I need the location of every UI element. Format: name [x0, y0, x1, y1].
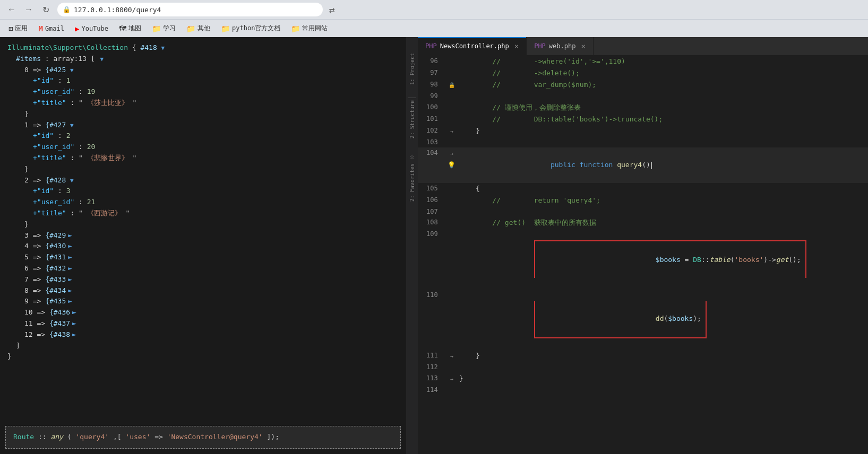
- gutter-arrow-113: →: [450, 376, 453, 382]
- output-row-0: 0 => {#425 ▼: [7, 65, 399, 76]
- output-row-11: 11 => {#437►: [7, 318, 399, 329]
- output-row-8: 8 => {#434►: [7, 285, 399, 296]
- line-113: 113 → }: [418, 373, 868, 385]
- output-row-4: 4 => {#430►: [7, 241, 399, 252]
- gutter-arrow-111: →: [450, 353, 453, 359]
- line-102: 102 → }: [418, 125, 868, 137]
- output-header: Illuminate\Support\Collection { #418 ▼: [7, 42, 399, 54]
- items-collapse-arrow[interactable]: ▼: [100, 56, 104, 63]
- bookmark-apps-label: 应用: [15, 24, 28, 33]
- bookmark-other[interactable]: 📁 其他: [182, 22, 214, 34]
- bookmark-maps-label: 地图: [128, 24, 141, 33]
- code-editor: 1: Project 2: Structure ☆ 2: Favorites P…: [406, 37, 868, 454]
- tab-news-close[interactable]: ×: [514, 42, 519, 50]
- line-98: 98 🔒 // var_dump($num);: [418, 79, 868, 91]
- output-row-1-id: +"id" : 2: [7, 130, 399, 142]
- line-106: 106 // return 'query4';: [418, 195, 868, 206]
- output-row-0-title: +"title" : " 《莎士比亚》 ": [7, 98, 399, 109]
- route-method: any: [50, 433, 63, 441]
- output-row-0-userid: +"user_id" : 19: [7, 86, 399, 98]
- forward-button[interactable]: →: [21, 2, 36, 17]
- line-97: 97 // ->delete();: [418, 67, 868, 79]
- code-area[interactable]: 96 // ->where('id','>=',110) 97 // ->del…: [418, 56, 868, 454]
- line-103: 103: [418, 137, 868, 147]
- tab-news-controller-label: NewsController.php: [440, 42, 509, 50]
- line-99: 99: [418, 91, 868, 101]
- bookmark-common-label: 常用网站: [302, 24, 328, 33]
- output-row-1: 1 => {#427 ▼: [7, 120, 399, 131]
- line-96: 96 // ->where('id','>=',110): [418, 56, 868, 67]
- reload-button[interactable]: ↻: [38, 2, 53, 17]
- output-row-7: 7 => {#433►: [7, 274, 399, 285]
- back-button[interactable]: ←: [4, 2, 19, 17]
- bookmark-youtube-label: YouTube: [81, 25, 108, 32]
- bookmark-common[interactable]: 📁 常用网站: [287, 22, 332, 34]
- output-row-0-close: }: [7, 109, 399, 120]
- output-row-3: 3 => {#429►: [7, 230, 399, 241]
- output-row-2-userid: +"user_id" : 21: [7, 197, 399, 208]
- folder-other-icon: 📁: [186, 24, 195, 33]
- output-object-close: }: [7, 351, 399, 362]
- address-text: 127.0.0.1:8000/query4: [74, 6, 161, 14]
- bookmark-youtube[interactable]: ▶ YouTube: [71, 23, 113, 34]
- line-114: 114: [418, 385, 868, 395]
- gutter-lock-98: 🔒: [449, 82, 455, 88]
- route-class: Route: [13, 433, 34, 441]
- bookmark-maps[interactable]: 🗺 地图: [115, 22, 145, 34]
- bookmark-apps[interactable]: ⊞ 应用: [4, 22, 32, 34]
- route-path: 'query4': [75, 433, 109, 441]
- output-row-0-id: +"id" : 1: [7, 75, 399, 86]
- bookmark-study[interactable]: 📁 学习: [148, 22, 180, 34]
- row0-arrow[interactable]: ▼: [70, 67, 74, 74]
- line-105: 105 {: [418, 183, 868, 195]
- bookmark-gmail-label: Gmail: [45, 25, 64, 32]
- row2-arrow[interactable]: ▼: [70, 177, 74, 184]
- editor-tabs: PHP NewsController.php × PHP web.php ×: [418, 37, 868, 56]
- line-100: 100 // 谨慎使用，会删除整张表: [418, 102, 868, 114]
- favorites-label: 2: Favorites: [409, 163, 415, 202]
- tab-news-controller[interactable]: PHP NewsController.php ×: [418, 37, 527, 56]
- tab-web[interactable]: PHP web.php ×: [527, 37, 594, 56]
- star-icon: ☆: [409, 151, 415, 161]
- output-row-9: 9 => {#435►: [7, 296, 399, 307]
- separator: [408, 98, 416, 98]
- nav-buttons: ← → ↻: [4, 2, 53, 17]
- editor-main: PHP NewsController.php × PHP web.php ×: [418, 37, 868, 454]
- output-row-5: 5 => {#431►: [7, 252, 399, 263]
- line-108: 108 // get() 获取表中的所有数据: [418, 217, 868, 229]
- output-items-line: #items : array:13 [ ▼: [7, 54, 399, 65]
- folder-study-icon: 📁: [152, 24, 161, 33]
- gutter-bulb-104[interactable]: 💡: [448, 161, 456, 169]
- line-109: 109 $books = DB::table('books')->get();: [418, 229, 868, 289]
- collapse-arrow[interactable]: ▼: [161, 45, 165, 51]
- output-class-name: Illuminate\Support\Collection: [7, 43, 128, 51]
- php-icon-2: PHP: [534, 42, 546, 50]
- output-row-1-userid: +"user_id" : 20: [7, 142, 399, 153]
- output-row-2-id: +"id" : 3: [7, 186, 399, 197]
- output-row-2: 2 => {#428 ▼: [7, 175, 399, 186]
- row1-arrow[interactable]: ▼: [70, 122, 74, 129]
- address-bar[interactable]: 🔒 127.0.0.1:8000/query4: [57, 3, 323, 16]
- lock-icon: 🔒: [63, 6, 71, 13]
- line-111: 111 → }: [418, 350, 868, 362]
- bookmark-python-label: python官方文档: [232, 24, 280, 33]
- output-row-6: 6 => {#432►: [7, 263, 399, 274]
- main-content: Illuminate\Support\Collection { #418 ▼ #…: [0, 37, 868, 454]
- browser-chrome: ← → ↻ 🔒 127.0.0.1:8000/query4 ⇄: [0, 0, 868, 19]
- cursor: [651, 162, 652, 169]
- line-104: 104 → 💡 public function query4(): [418, 147, 868, 182]
- tab-web-label: web.php: [549, 42, 576, 50]
- bookmarks-bar: ⊞ 应用 M Gmail ▶ YouTube 🗺 地图 📁 学习 📁 其他 📁 …: [0, 19, 868, 37]
- output-row-10: 10 => {#436►: [7, 307, 399, 318]
- php-icon-1: PHP: [425, 42, 437, 50]
- activity-bar-left: 1: Project 2: Structure ☆ 2: Favorites: [406, 37, 418, 454]
- line-107: 107: [418, 206, 868, 217]
- bookmark-study-label: 学习: [163, 24, 176, 33]
- tab-web-close[interactable]: ×: [581, 42, 585, 50]
- folder-python-icon: 📁: [221, 24, 230, 33]
- bookmark-gmail[interactable]: M Gmail: [34, 23, 68, 34]
- line-112: 112: [418, 362, 868, 372]
- bookmark-python[interactable]: 📁 python官方文档: [217, 22, 285, 34]
- output-row-1-title: +"title" : " 《悲惨世界》 ": [7, 153, 399, 164]
- project-label: 1: Project: [409, 53, 415, 85]
